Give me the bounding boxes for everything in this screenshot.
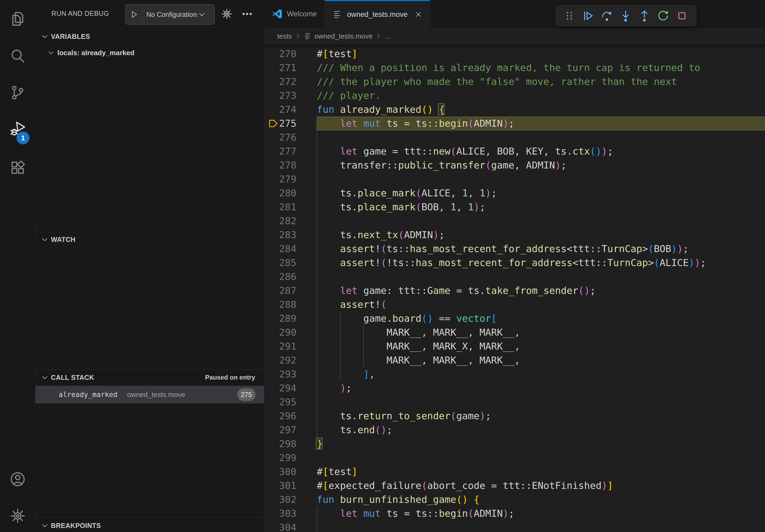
line-number[interactable]: 287 bbox=[264, 284, 297, 298]
line-number[interactable]: 282 bbox=[264, 214, 297, 228]
stop-button[interactable] bbox=[672, 8, 691, 24]
code-line-296[interactable]: 296 ts.return_to_sender(game); bbox=[264, 409, 765, 423]
step-over-button[interactable] bbox=[597, 8, 616, 24]
line-number[interactable]: 297 bbox=[264, 423, 297, 437]
code-line-293[interactable]: 293 ], bbox=[264, 367, 765, 381]
line-number[interactable]: 301 bbox=[264, 479, 297, 493]
code-line-298[interactable]: 298} bbox=[264, 437, 765, 451]
code-line-280[interactable]: 280 ts.place_mark(ALICE, 1, 1); bbox=[264, 186, 765, 200]
line-number[interactable]: 295 bbox=[264, 395, 297, 409]
more-actions-icon[interactable] bbox=[240, 7, 254, 21]
line-number[interactable]: 286 bbox=[264, 270, 297, 284]
code-line-276[interactable]: 276 bbox=[264, 131, 765, 144]
code-line-300[interactable]: 300#[test] bbox=[264, 465, 765, 479]
activity-item-run-and-debug[interactable]: 1 bbox=[0, 114, 35, 143]
code-line-303[interactable]: 303 let mut ts = ts::begin(ADMIN); bbox=[264, 507, 765, 520]
code-line-277[interactable]: 277 let game = ttt::new(ALICE, BOB, KEY,… bbox=[264, 144, 765, 158]
code-line-278[interactable]: 278 transfer::public_transfer(game, ADMI… bbox=[264, 158, 765, 172]
tab-owned-tests-move[interactable]: owned_tests.move bbox=[325, 0, 430, 28]
line-number[interactable]: 281 bbox=[264, 200, 297, 214]
code-line-295[interactable]: 295 bbox=[264, 395, 765, 409]
line-number[interactable]: 276 bbox=[264, 131, 297, 144]
section-breakpoints[interactable]: BREAKPOINTS bbox=[35, 519, 264, 532]
section-watch[interactable]: WATCH bbox=[35, 232, 264, 246]
line-number[interactable]: 290 bbox=[264, 326, 297, 339]
code-line-292[interactable]: 292 MARK__, MARK__, MARK__, bbox=[264, 353, 765, 367]
line-number[interactable]: 283 bbox=[264, 228, 297, 242]
line-number[interactable]: 304 bbox=[264, 520, 297, 532]
line-number[interactable]: 280 bbox=[264, 186, 297, 200]
code-line-301[interactable]: 301#[expected_failure(abort_code = ttt::… bbox=[264, 479, 765, 493]
step-out-button[interactable] bbox=[635, 8, 654, 24]
code-line-304[interactable]: 304 bbox=[264, 520, 765, 532]
code-line-290[interactable]: 290 MARK__, MARK__, MARK__, bbox=[264, 326, 765, 339]
activity-item-source-control[interactable] bbox=[0, 78, 35, 108]
code-line-284[interactable]: 284 assert!(ts::has_most_recent_for_addr… bbox=[264, 242, 765, 256]
code-line-270[interactable]: 270#[test] bbox=[264, 47, 765, 61]
code-line-302[interactable]: 302fun burn_unfinished_game() { bbox=[264, 493, 765, 507]
code-line-275[interactable]: 275 let mut ts = ts::begin(ADMIN); bbox=[264, 117, 765, 131]
code-line-287[interactable]: 287 let game: ttt::Game = ts.take_from_s… bbox=[264, 284, 765, 298]
line-number[interactable]: 294 bbox=[264, 381, 297, 395]
code-line-289[interactable]: 289 game.board() == vector[ bbox=[264, 312, 765, 326]
code-line-273[interactable]: 273/// player. bbox=[264, 89, 765, 103]
code-line-282[interactable]: 282 bbox=[264, 214, 765, 228]
breadcrumb-item[interactable]: owned_tests.move bbox=[315, 32, 373, 40]
activity-item-account[interactable] bbox=[0, 464, 35, 494]
section-variables[interactable]: VARIABLES bbox=[35, 30, 264, 43]
restart-button[interactable] bbox=[654, 8, 672, 24]
breadcrumb-item[interactable]: … bbox=[384, 32, 391, 40]
continue-button[interactable] bbox=[579, 8, 597, 24]
tab-welcome[interactable]: Welcome bbox=[264, 0, 325, 28]
line-number[interactable]: 272 bbox=[264, 75, 297, 89]
code-line-274[interactable]: 274fun already_marked() { bbox=[264, 103, 765, 117]
line-number[interactable]: 284 bbox=[264, 242, 297, 256]
variables-scope-locals[interactable]: locals: already_marked bbox=[35, 46, 264, 60]
debug-settings-gear-icon[interactable] bbox=[220, 7, 234, 21]
code-line-286[interactable]: 286 bbox=[264, 270, 765, 284]
activity-item-explorer[interactable] bbox=[0, 4, 35, 33]
code-editor[interactable]: 270#[test]271/// When a position is alre… bbox=[264, 45, 765, 532]
line-number[interactable]: 277 bbox=[264, 144, 297, 158]
line-number[interactable]: 291 bbox=[264, 339, 297, 353]
activity-item-settings[interactable] bbox=[0, 501, 35, 531]
line-number[interactable]: 288 bbox=[264, 298, 297, 312]
code-line-288[interactable]: 288 assert!( bbox=[264, 298, 765, 312]
line-number[interactable]: 275 bbox=[264, 117, 297, 131]
line-number[interactable]: 279 bbox=[264, 172, 297, 186]
code-line-291[interactable]: 291 MARK__, MARK_X, MARK__, bbox=[264, 339, 765, 353]
section-call-stack[interactable]: CALL STACK Paused on entry bbox=[35, 371, 264, 385]
breadcrumb-item[interactable]: tests bbox=[277, 32, 292, 40]
code-line-299[interactable]: 299 bbox=[264, 451, 765, 465]
line-number[interactable]: 274 bbox=[264, 103, 297, 117]
line-number[interactable]: 289 bbox=[264, 312, 297, 326]
line-number[interactable]: 292 bbox=[264, 353, 297, 367]
line-number[interactable]: 303 bbox=[264, 507, 297, 520]
activity-item-search[interactable] bbox=[0, 41, 35, 71]
code-line-272[interactable]: 272/// the player who made the "false" m… bbox=[264, 75, 765, 89]
step-into-button[interactable] bbox=[616, 8, 635, 24]
code-line-297[interactable]: 297 ts.end(); bbox=[264, 423, 765, 437]
start-debugging-icon[interactable] bbox=[126, 5, 143, 24]
code-line-281[interactable]: 281 ts.place_mark(BOB, 1, 1); bbox=[264, 200, 765, 214]
line-number[interactable]: 299 bbox=[264, 451, 297, 465]
line-number[interactable]: 298 bbox=[264, 437, 297, 451]
line-number[interactable]: 300 bbox=[264, 465, 297, 479]
line-number[interactable]: 293 bbox=[264, 367, 297, 381]
line-number[interactable]: 271 bbox=[264, 61, 297, 75]
close-icon[interactable] bbox=[414, 10, 422, 19]
code-line-285[interactable]: 285 assert!(!ts::has_most_recent_for_add… bbox=[264, 256, 765, 270]
code-line-294[interactable]: 294 ); bbox=[264, 381, 765, 395]
code-line-279[interactable]: 279 bbox=[264, 172, 765, 186]
line-number[interactable]: 302 bbox=[264, 493, 297, 507]
line-number[interactable]: 296 bbox=[264, 409, 297, 423]
line-number[interactable]: 278 bbox=[264, 158, 297, 172]
line-number[interactable]: 270 bbox=[264, 47, 297, 61]
toolbar-drag-handle[interactable] bbox=[560, 8, 579, 24]
line-number[interactable]: 285 bbox=[264, 256, 297, 270]
activity-item-extensions[interactable] bbox=[0, 153, 35, 182]
debug-config-dropdown[interactable]: No Configurations bbox=[125, 4, 215, 25]
call-stack-frame[interactable]: already_marked owned_tests.move 275 bbox=[35, 386, 264, 403]
line-number[interactable]: 273 bbox=[264, 89, 297, 103]
code-line-271[interactable]: 271/// When a position is already marked… bbox=[264, 61, 765, 75]
